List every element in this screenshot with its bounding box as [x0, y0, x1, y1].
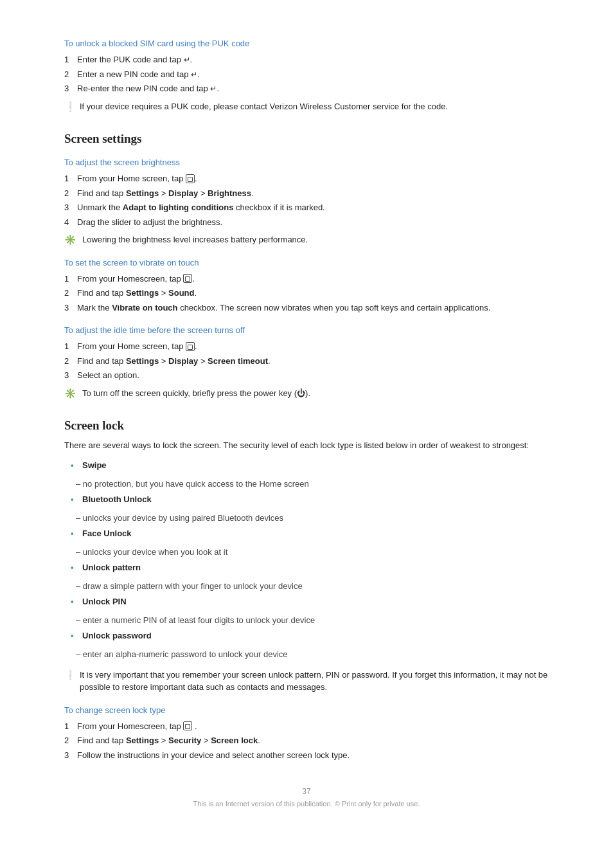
- page: To unlock a blocked SIM card using the P…: [0, 0, 613, 868]
- power-icon: (⏻): [294, 388, 308, 398]
- lock-type-face: • Face Unlock: [71, 527, 549, 540]
- puk-step-1: 1 Enter the PUK code and tap ↵.: [64, 53, 549, 66]
- warning-icon: ❕: [64, 669, 80, 681]
- screen-lock-intro: There are several ways to lock the scree…: [64, 439, 549, 453]
- lock-type-pin-list: • Unlock PIN: [71, 595, 549, 608]
- idle-tip: ✳️ To turn off the screen quickly, brief…: [64, 387, 549, 400]
- home-icon-4: [183, 721, 192, 730]
- change-lock-subsection: To change screen lock type 1 From your H…: [64, 705, 549, 762]
- lock-type-bluetooth: • Bluetooth Unlock: [71, 493, 549, 506]
- lock-type-password: • Unlock password: [71, 629, 549, 642]
- puk-note-text: If your device requires a PUK code, plea…: [80, 100, 448, 113]
- change-lock-step-2: 2 Find and tap Settings > Security > Scr…: [64, 734, 549, 747]
- enter-icon-2: ↵: [191, 69, 197, 80]
- puk-note: ❕ If your device requires a PUK code, pl…: [64, 100, 549, 113]
- bluetooth-desc: – unlocks your device by using paired Bl…: [76, 512, 549, 525]
- face-desc: – unlocks your device when you look at i…: [76, 546, 549, 559]
- home-icon-2: [183, 274, 192, 283]
- idle-steps: 1 From your Home screen, tap . 2 Find an…: [64, 340, 549, 382]
- tip-icon-brightness: ✳️: [64, 234, 82, 246]
- lock-type-password-list: • Unlock password: [71, 629, 549, 642]
- brightness-step-1: 1 From your Home screen, tap .: [64, 172, 549, 185]
- puk-title: To unlock a blocked SIM card using the P…: [64, 39, 549, 48]
- brightness-tip: ✳️ Lowering the brightness level increas…: [64, 233, 549, 246]
- vibrate-title: To set the screen to vibrate on touch: [64, 258, 549, 267]
- home-icon-1: [186, 174, 195, 183]
- puk-steps: 1 Enter the PUK code and tap ↵. 2 Enter …: [64, 53, 549, 95]
- password-desc: – enter an alpha-numeric password to unl…: [76, 648, 549, 661]
- brightness-title: To adjust the screen brightness: [64, 158, 549, 167]
- idle-time-subsection: To adjust the idle time before the scree…: [64, 325, 549, 399]
- screen-settings-heading: Screen settings: [64, 132, 549, 146]
- lock-types-list: • Swipe: [71, 459, 549, 472]
- pin-desc: – enter a numeric PIN of at least four d…: [76, 614, 549, 627]
- vibrate-subsection: To set the screen to vibrate on touch 1 …: [64, 258, 549, 314]
- change-lock-title: To change screen lock type: [64, 705, 549, 715]
- lock-type-pin: • Unlock PIN: [71, 595, 549, 608]
- idle-tip-text: To turn off the screen quickly, briefly …: [82, 387, 310, 400]
- puk-step-3: 3 Re-enter the new PIN code and tap ↵.: [64, 82, 549, 95]
- change-lock-steps: 1 From your Homescreen, tap . 2 Find and…: [64, 720, 549, 762]
- brightness-step-2: 2 Find and tap Settings > Display > Brig…: [64, 187, 549, 200]
- vibrate-step-1: 1 From your Homescreen, tap .: [64, 273, 549, 285]
- warning-text: It is very important that you remember y…: [80, 669, 549, 694]
- pattern-desc: – draw a simple pattern with your finger…: [76, 580, 549, 593]
- lock-type-swipe: • Swipe: [71, 459, 549, 472]
- lock-type-pattern-list: • Unlock pattern: [71, 561, 549, 574]
- exclamation-icon: ❕: [64, 101, 80, 113]
- brightness-subsection: To adjust the screen brightness 1 From y…: [64, 158, 549, 246]
- brightness-tip-text: Lowering the brightness level increases …: [82, 233, 308, 246]
- tip-icon-idle: ✳️: [64, 388, 82, 399]
- enter-icon-1: ↵: [184, 54, 190, 66]
- home-icon-3: [186, 342, 195, 351]
- lock-type-pattern: • Unlock pattern: [71, 561, 549, 574]
- swipe-desc: – no protection, but you have quick acce…: [76, 478, 549, 491]
- brightness-step-3: 3 Unmark the Adapt to lighting condition…: [64, 201, 549, 214]
- enter-icon-3: ↵: [210, 83, 217, 95]
- screen-lock-section: Screen lock There are several ways to lo…: [64, 419, 549, 761]
- vibrate-step-3: 3 Mark the Vibrate on touch checkbox. Th…: [64, 302, 549, 314]
- screen-settings-section: Screen settings To adjust the screen bri…: [64, 132, 549, 399]
- brightness-step-4: 4 Drag the slider to adjust the brightne…: [64, 216, 549, 229]
- puk-section: To unlock a blocked SIM card using the P…: [64, 39, 549, 113]
- footer-note: This is an Internet version of this publ…: [64, 800, 549, 808]
- screen-lock-warning: ❕ It is very important that you remember…: [64, 669, 549, 694]
- idle-step-3: 3 Select an option.: [64, 369, 549, 382]
- change-lock-step-1: 1 From your Homescreen, tap .: [64, 720, 549, 733]
- lock-type-face-list: • Face Unlock: [71, 527, 549, 540]
- idle-step-1: 1 From your Home screen, tap .: [64, 340, 549, 353]
- brightness-steps: 1 From your Home screen, tap . 2 Find an…: [64, 172, 549, 228]
- lock-type-bluetooth-list: • Bluetooth Unlock: [71, 493, 549, 506]
- vibrate-steps: 1 From your Homescreen, tap . 2 Find and…: [64, 273, 549, 314]
- page-number: 37: [64, 787, 549, 796]
- change-lock-step-3: 3 Follow the instructions in your device…: [64, 749, 549, 762]
- puk-step-2: 2 Enter a new PIN code and tap ↵.: [64, 68, 549, 81]
- screen-lock-heading: Screen lock: [64, 419, 549, 433]
- page-footer: 37: [64, 787, 549, 796]
- vibrate-step-2: 2 Find and tap Settings > Sound.: [64, 287, 549, 300]
- idle-step-2: 2 Find and tap Settings > Display > Scre…: [64, 355, 549, 368]
- idle-time-title: To adjust the idle time before the scree…: [64, 325, 549, 335]
